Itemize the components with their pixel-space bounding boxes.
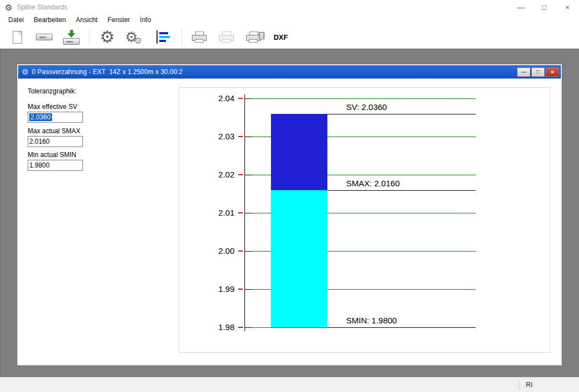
settings-button[interactable] — [98, 27, 117, 47]
smin-input[interactable]: 1.9800 — [28, 160, 83, 171]
annotation-line — [327, 190, 476, 191]
smax-value: 2.0160 — [29, 138, 50, 145]
application-window: ⚙ Spline Standards — □ × Datei Bearbeite… — [0, 0, 579, 392]
tolerance-chart-panel: 2.042.032.022.012.001.991.98SV: 2.0360SM… — [179, 87, 550, 353]
child-restore-button[interactable]: □ — [531, 67, 545, 77]
axis-tick-red — [238, 250, 243, 252]
menu-bar: Datei Bearbeiten Ansicht Fenster Info — [0, 14, 579, 25]
print-report-button[interactable] — [244, 27, 263, 47]
printer-output-tray — [222, 39, 231, 43]
annotation-label: SV: 2.0360 — [346, 102, 387, 113]
menu-item-bearbeiten[interactable]: Bearbeiten — [29, 16, 71, 24]
axis-tick-red — [238, 289, 243, 290]
save-drive — [63, 38, 80, 45]
field-label-smin: Min actual SMIN — [28, 151, 76, 159]
y-tick-label: 2.03 — [197, 131, 234, 142]
minimize-button[interactable]: — — [509, 0, 533, 14]
axis-tick-red — [238, 327, 243, 328]
axis-tick-red — [238, 136, 243, 137]
annotation-line — [327, 327, 476, 328]
new-document-icon — [13, 31, 22, 44]
window-controls: — □ × — [509, 0, 579, 14]
axis-tick — [244, 213, 252, 213]
toolbar-separator — [181, 29, 182, 45]
printer-output-tray — [195, 39, 204, 43]
child-titlebar[interactable]: ⚙ 0 Passverzahnung - EXT 14Z x 1.2500m x… — [18, 65, 561, 79]
tolerance-graphic-button[interactable] — [154, 27, 173, 47]
bar-chart-bar — [159, 36, 170, 38]
y-tick-label: 2.04 — [197, 93, 234, 104]
axis-tick — [244, 327, 252, 328]
status-right-text: RI — [526, 381, 533, 389]
toolbar: DXF — [0, 25, 579, 49]
app-gear-icon: ⚙ — [5, 3, 12, 12]
printer-output-tray — [249, 39, 258, 43]
axis-tick — [244, 98, 252, 99]
print-button[interactable] — [190, 27, 209, 47]
close-button[interactable]: × — [556, 0, 579, 14]
bar-chart-icon — [157, 30, 171, 44]
y-tick-label: 2.00 — [197, 245, 234, 257]
tolerance-chart: 2.042.032.022.012.001.991.98SV: 2.0360SM… — [179, 88, 550, 352]
save-arrow-head — [67, 33, 75, 38]
double-gear-icon — [125, 30, 146, 44]
print-disabled-button — [217, 27, 236, 47]
sv-value-selected: 2.0360 — [29, 113, 52, 121]
gridline — [250, 98, 476, 99]
smax-input[interactable]: 2.0160 — [28, 136, 83, 147]
annotation-label: SMAX: 2.0160 — [346, 178, 400, 189]
axis-tick — [244, 175, 252, 175]
gear-small-icon — [134, 36, 142, 46]
new-file-button[interactable] — [8, 27, 27, 47]
status-right-cell: RI — [519, 380, 533, 390]
bar-segment-smax-to-smin — [271, 190, 327, 327]
field-label-smax: Max actual SMAX — [28, 127, 80, 135]
toolbar-separator — [89, 29, 90, 45]
child-window: ⚙ 0 Passverzahnung - EXT 14Z x 1.2500m x… — [17, 64, 562, 366]
axis-tick-red — [238, 174, 243, 175]
child-window-content: Toleranzgraphik: Max effective SV 2.0360… — [18, 79, 561, 364]
status-bar: RI — [0, 377, 579, 392]
app-title: Spline Standards — [17, 3, 67, 11]
bar-chart-bar — [159, 40, 166, 42]
axis-tick-red — [238, 212, 243, 213]
open-drive-icon — [36, 34, 53, 40]
child-window-gear-icon: ⚙ — [22, 68, 29, 76]
sv-input[interactable]: 2.0360 — [28, 112, 83, 123]
save-icon — [63, 30, 80, 45]
open-file-button[interactable] — [35, 27, 54, 47]
axis-tick-red — [238, 98, 243, 99]
menu-item-info[interactable]: Info — [135, 16, 156, 24]
child-window-title: 0 Passverzahnung - EXT 14Z x 1.2500m x 3… — [32, 68, 516, 76]
printer-icon — [192, 32, 207, 43]
y-tick-label: 2.01 — [197, 207, 234, 218]
annotation-line — [327, 114, 476, 114]
menu-item-datei[interactable]: Datei — [3, 16, 29, 24]
child-close-button[interactable]: × — [546, 67, 559, 77]
gear-data-button[interactable] — [125, 27, 146, 47]
bar-segment-sv-to-smax — [271, 114, 327, 190]
gear-icon — [100, 29, 115, 45]
menu-item-fenster[interactable]: Fenster — [102, 16, 135, 24]
y-tick-label: 1.99 — [197, 284, 234, 295]
printer-report-icon — [246, 32, 261, 43]
annotation-label: SMIN: 1.9800 — [346, 315, 397, 326]
y-tick-label: 1.98 — [197, 322, 234, 333]
save-file-button[interactable] — [62, 27, 81, 47]
panel-heading: Toleranzgraphik: — [28, 87, 76, 95]
report-page-icon — [259, 32, 264, 39]
dxf-export-button[interactable]: DXF — [272, 27, 290, 47]
child-minimize-button[interactable]: — — [517, 67, 530, 77]
axis-tick — [244, 137, 252, 137]
app-titlebar[interactable]: ⚙ Spline Standards — □ × — [0, 0, 579, 14]
menu-item-ansicht[interactable]: Ansicht — [71, 16, 102, 24]
bar-chart-bar — [159, 32, 168, 34]
dxf-label: DXF — [274, 33, 288, 41]
axis-tick — [244, 289, 252, 290]
mdi-workspace: ⚙ 0 Passverzahnung - EXT 14Z x 1.2500m x… — [0, 49, 579, 377]
y-tick-label: 2.02 — [197, 169, 234, 180]
axis-tick — [244, 251, 252, 252]
field-label-sv: Max effective SV — [28, 103, 77, 111]
printer-disabled-icon — [219, 32, 234, 43]
maximize-button[interactable]: □ — [533, 0, 556, 14]
